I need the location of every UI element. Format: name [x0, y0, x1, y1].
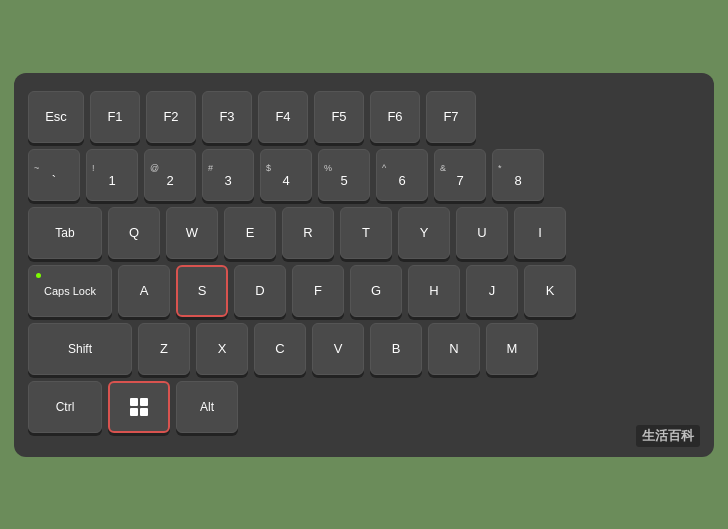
key-label: X [218, 341, 227, 356]
key-1[interactable]: ! 1 [86, 149, 138, 201]
key-f4[interactable]: F4 [258, 91, 308, 143]
key-f[interactable]: F [292, 265, 344, 317]
key-v[interactable]: V [312, 323, 364, 375]
key-label: Alt [200, 400, 214, 414]
key-5[interactable]: % 5 [318, 149, 370, 201]
key-2[interactable]: @ 2 [144, 149, 196, 201]
key-label: B [392, 341, 401, 356]
key-label: Q [129, 225, 139, 240]
key-h[interactable]: H [408, 265, 460, 317]
key-label: 2 [166, 173, 173, 188]
key-top-label: ~ [29, 161, 39, 173]
key-j[interactable]: J [466, 265, 518, 317]
key-label: ` [52, 173, 56, 188]
key-label: R [303, 225, 312, 240]
key-f6[interactable]: F6 [370, 91, 420, 143]
key-label: Shift [68, 342, 92, 356]
key-e[interactable]: E [224, 207, 276, 259]
watermark: 生活百科 [636, 425, 700, 447]
key-f2[interactable]: F2 [146, 91, 196, 143]
key-label: F4 [275, 109, 290, 124]
key-label: U [477, 225, 486, 240]
key-6[interactable]: ^ 6 [376, 149, 428, 201]
key-8[interactable]: * 8 [492, 149, 544, 201]
key-tilde[interactable]: ~ ` [28, 149, 80, 201]
key-label: Esc [45, 109, 67, 124]
key-label: D [255, 283, 264, 298]
keyboard: Esc F1 F2 F3 F4 F5 F6 F7 ~ ` ! 1 @ 2 # 3… [14, 73, 714, 457]
key-label: Tab [55, 226, 74, 240]
key-t[interactable]: T [340, 207, 392, 259]
key-label: I [538, 225, 542, 240]
key-label: F7 [443, 109, 458, 124]
key-win[interactable] [108, 381, 170, 433]
key-label: 5 [340, 173, 347, 188]
key-label: S [198, 283, 207, 298]
key-k[interactable]: K [524, 265, 576, 317]
key-y[interactable]: Y [398, 207, 450, 259]
key-m[interactable]: M [486, 323, 538, 375]
bottom-row: Ctrl Alt [28, 381, 700, 433]
key-top-label: * [493, 161, 502, 173]
key-label: J [489, 283, 496, 298]
key-3[interactable]: # 3 [202, 149, 254, 201]
key-ctrl[interactable]: Ctrl [28, 381, 102, 433]
key-c[interactable]: C [254, 323, 306, 375]
key-u[interactable]: U [456, 207, 508, 259]
number-row: ~ ` ! 1 @ 2 # 3 $ 4 % 5 ^ 6 & 7 [28, 149, 700, 201]
asdf-row: Caps Lock A S D F G H J K [28, 265, 700, 317]
key-label: H [429, 283, 438, 298]
key-label: F3 [219, 109, 234, 124]
caps-lock-indicator [36, 273, 41, 278]
key-shift-left[interactable]: Shift [28, 323, 132, 375]
key-label: A [140, 283, 149, 298]
key-4[interactable]: $ 4 [260, 149, 312, 201]
key-g[interactable]: G [350, 265, 402, 317]
key-f3[interactable]: F3 [202, 91, 252, 143]
key-x[interactable]: X [196, 323, 248, 375]
key-top-label: ! [87, 161, 95, 173]
key-i[interactable]: I [514, 207, 566, 259]
key-top-label: # [203, 161, 213, 173]
key-top-label: @ [145, 161, 159, 173]
key-f1[interactable]: F1 [90, 91, 140, 143]
windows-icon [130, 398, 148, 416]
key-f7[interactable]: F7 [426, 91, 476, 143]
key-s[interactable]: S [176, 265, 228, 317]
key-7[interactable]: & 7 [434, 149, 486, 201]
key-label: 1 [108, 173, 115, 188]
key-f5[interactable]: F5 [314, 91, 364, 143]
key-z[interactable]: Z [138, 323, 190, 375]
key-top-label: ^ [377, 161, 386, 173]
key-label: 8 [514, 173, 521, 188]
key-label: G [371, 283, 381, 298]
key-label: E [246, 225, 255, 240]
key-label: Z [160, 341, 168, 356]
key-tab[interactable]: Tab [28, 207, 102, 259]
key-b[interactable]: B [370, 323, 422, 375]
key-a[interactable]: A [118, 265, 170, 317]
key-label: K [546, 283, 555, 298]
key-n[interactable]: N [428, 323, 480, 375]
key-label: V [334, 341, 343, 356]
key-alt[interactable]: Alt [176, 381, 238, 433]
key-top-label: & [435, 161, 446, 173]
key-label: Caps Lock [44, 285, 96, 297]
key-w[interactable]: W [166, 207, 218, 259]
key-capslock[interactable]: Caps Lock [28, 265, 112, 317]
function-row: Esc F1 F2 F3 F4 F5 F6 F7 [28, 91, 700, 143]
key-q[interactable]: Q [108, 207, 160, 259]
key-label: F2 [163, 109, 178, 124]
key-label: F1 [107, 109, 122, 124]
key-label: C [275, 341, 284, 356]
key-label: M [507, 341, 518, 356]
key-label: F [314, 283, 322, 298]
key-d[interactable]: D [234, 265, 286, 317]
key-label: F6 [387, 109, 402, 124]
key-r[interactable]: R [282, 207, 334, 259]
key-label: Y [420, 225, 429, 240]
key-esc[interactable]: Esc [28, 91, 84, 143]
key-label: F5 [331, 109, 346, 124]
qwerty-row: Tab Q W E R T Y U I [28, 207, 700, 259]
key-label: T [362, 225, 370, 240]
